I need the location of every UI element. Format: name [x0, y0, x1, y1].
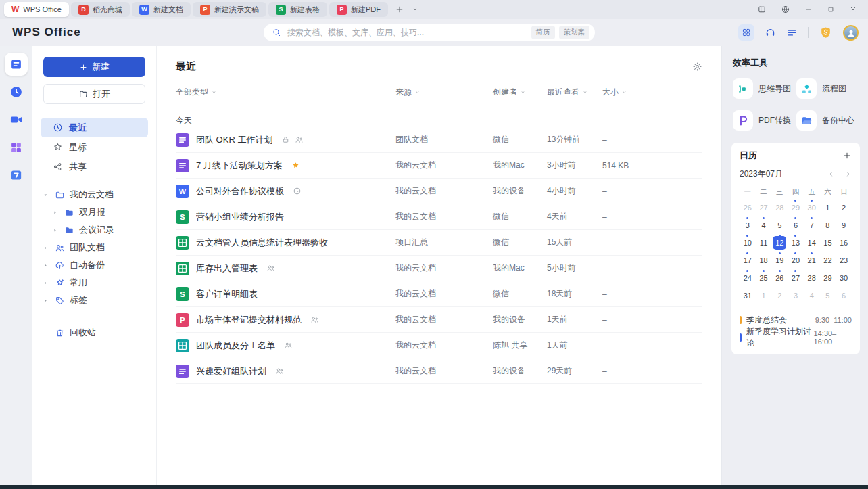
caret-right-icon[interactable] — [41, 279, 50, 287]
calendar-day[interactable]: 6 — [836, 287, 852, 304]
caret-right-icon[interactable] — [50, 227, 59, 234]
close-window-button[interactable] — [849, 5, 857, 14]
titlebar-tab-2[interactable]: W新建文档 — [132, 2, 191, 17]
file-row-5[interactable]: 库存出入管理表我的云文档我的Mac5小时前– — [176, 256, 702, 281]
caret-right-icon[interactable] — [41, 262, 50, 269]
caret-right-icon[interactable] — [41, 244, 50, 252]
tab-list-button[interactable] — [411, 5, 419, 14]
file-row-8[interactable]: 团队成员及分工名单我的云文档陈旭 共享1天前– — [176, 333, 702, 358]
calendar-day[interactable]: 13 — [788, 234, 804, 252]
file-row-3[interactable]: S营销小组业绩分析报告我的云文档微信4天前– — [176, 204, 702, 230]
file-row-6[interactable]: S客户订单明细表我的云文档微信18天前– — [176, 281, 702, 307]
calendar-day[interactable]: 28 — [771, 199, 788, 216]
new-tab-button[interactable] — [395, 5, 404, 14]
apps-grid-button[interactable] — [738, 24, 754, 41]
calendar-day[interactable]: 11 — [756, 234, 772, 252]
add-event-button[interactable] — [842, 151, 852, 160]
tree-item-5[interactable]: 常用 — [41, 274, 148, 292]
user-avatar[interactable] — [843, 25, 859, 41]
file-row-7[interactable]: P市场主体登记提交材料规范我的云文档我的设备1天前– — [176, 307, 702, 333]
calendar-day[interactable]: 27 — [756, 199, 772, 216]
calendar-day[interactable]: 9 — [836, 216, 852, 234]
rail-apps-button[interactable] — [5, 136, 28, 159]
caret-right-icon[interactable] — [50, 209, 59, 216]
calendar-day[interactable]: 29 — [788, 199, 804, 216]
calendar-day[interactable]: 31 — [740, 287, 756, 304]
file-row-0[interactable]: 团队 OKR 工作计划团队文档微信13分钟前– — [176, 127, 702, 153]
calendar-day[interactable]: 3 — [788, 287, 804, 304]
calendar-day[interactable]: 25 — [756, 269, 772, 287]
tree-item-0[interactable]: 我的云文档 — [41, 186, 148, 204]
tool-3[interactable]: 备份中心 — [796, 110, 860, 131]
calendar-event-1[interactable]: 新季度学习计划讨论14:30–16:00 — [740, 329, 852, 346]
calendar-day[interactable]: 23 — [836, 252, 852, 269]
sidebar-item-2[interactable]: 共享 — [41, 157, 148, 177]
filter-1[interactable]: 来源 — [395, 87, 493, 98]
search-bar[interactable]: 简历策划案 — [264, 24, 595, 41]
sidebar-item-0[interactable]: 最近 — [41, 118, 148, 137]
sidebar-recycle-bin[interactable]: 回收站 — [41, 324, 148, 342]
tool-1[interactable]: 流程图 — [796, 78, 860, 99]
calendar-day[interactable]: 16 — [836, 234, 852, 252]
svip-badge[interactable] — [819, 26, 833, 40]
open-file-button[interactable]: 打开 — [43, 84, 145, 104]
prev-month-button[interactable] — [827, 170, 835, 178]
filter-4[interactable]: 大小 — [602, 87, 702, 98]
search-tag-1[interactable]: 策划案 — [559, 26, 590, 39]
minus-window-button[interactable] — [804, 5, 813, 14]
filter-3[interactable]: 最近查看 — [547, 87, 602, 98]
calendar-day[interactable]: 8 — [820, 216, 836, 234]
calendar-day[interactable]: 24 — [740, 269, 756, 287]
filter-2[interactable]: 创建者 — [493, 87, 547, 98]
search-tag-0[interactable]: 简历 — [531, 26, 555, 39]
tree-item-2[interactable]: 会议记录 — [41, 221, 148, 239]
calendar-day[interactable]: 3 — [740, 216, 756, 234]
titlebar-tab-1[interactable]: D稻壳商城 — [71, 2, 130, 17]
calendar-day[interactable]: 18 — [756, 252, 772, 269]
calendar-day[interactable]: 2 — [771, 287, 788, 304]
global-menu-button[interactable] — [786, 27, 798, 39]
file-row-1[interactable]: 7 月线下活动策划方案我的云文档我的Mac3小时前514 KB — [176, 153, 702, 179]
titlebar-tab-0[interactable]: WWPS Office — [4, 2, 69, 17]
file-row-4[interactable]: 云文档管人员信息统计表理器验收项目汇总微信15天前– — [176, 230, 702, 256]
rail-meeting-button[interactable] — [5, 108, 28, 131]
sidebar-item-1[interactable]: 星标 — [41, 137, 148, 157]
calendar-day[interactable]: 1 — [756, 287, 772, 304]
calendar-day[interactable]: 19 — [771, 252, 788, 269]
rail-schedule-button[interactable] — [5, 80, 28, 103]
list-settings-gear-icon[interactable] — [692, 62, 702, 72]
calendar-day[interactable]: 10 — [740, 234, 756, 252]
calendar-day[interactable]: 4 — [756, 216, 772, 234]
maxi-window-button[interactable] — [827, 5, 835, 14]
next-month-button[interactable] — [844, 170, 852, 178]
calendar-day[interactable]: 26 — [771, 269, 788, 287]
new-document-button[interactable]: 新建 — [43, 57, 145, 77]
calendar-day[interactable]: 2 — [836, 199, 852, 216]
globe-window-button[interactable] — [781, 5, 790, 14]
calendar-day[interactable]: 28 — [804, 269, 820, 287]
calendar-day-selected[interactable]: 12 — [771, 234, 788, 252]
titlebar-tab-4[interactable]: S新建表格 — [268, 2, 327, 17]
tree-item-1[interactable]: 双月报 — [41, 204, 148, 221]
calendar-day[interactable]: 15 — [820, 234, 836, 252]
titlebar-tab-3[interactable]: P新建演示文稿 — [193, 2, 266, 17]
rail-documents-button[interactable] — [5, 53, 28, 76]
calendar-day[interactable]: 29 — [820, 269, 836, 287]
search-input[interactable] — [286, 27, 527, 38]
tool-2[interactable]: PDF转换 — [733, 110, 796, 131]
calendar-day[interactable]: 4 — [804, 287, 820, 304]
calendar-day[interactable]: 20 — [788, 252, 804, 269]
file-row-9[interactable]: 兴趣爱好组队计划我的云文档我的设备29天前– — [176, 358, 702, 384]
filter-0[interactable]: 全部类型 — [176, 87, 395, 98]
panel-window-button[interactable] — [757, 5, 767, 14]
calendar-day[interactable]: 5 — [820, 287, 836, 304]
tool-0[interactable]: 思维导图 — [733, 78, 796, 99]
calendar-day[interactable]: 22 — [820, 252, 836, 269]
calendar-day[interactable]: 5 — [771, 216, 788, 234]
caret-down-icon[interactable] — [41, 191, 50, 199]
calendar-day[interactable]: 1 — [820, 199, 836, 216]
calendar-day[interactable]: 14 — [804, 234, 820, 252]
calendar-day[interactable]: 30 — [804, 199, 820, 216]
rail-calendar-button[interactable] — [5, 164, 28, 187]
calendar-day[interactable]: 26 — [740, 199, 756, 216]
